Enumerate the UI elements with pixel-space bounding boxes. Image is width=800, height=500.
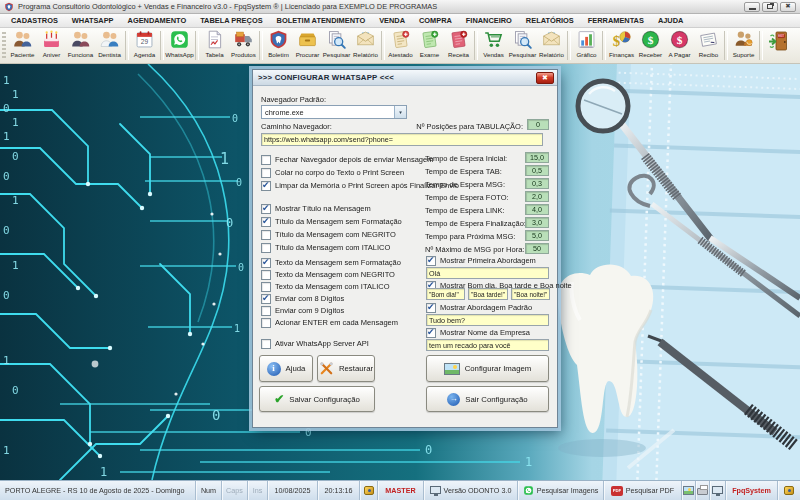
greeting-afternoon-input[interactable] [468,288,508,300]
checkbox-fechar-navegador[interactable]: Fechar Navegador depois de enviar Mensag… [261,154,433,165]
browser-select[interactable]: chrome.exe ▼ [261,105,407,119]
app-window: 11011001010101 010001 110100 Programa Co… [0,0,800,500]
toolbar-button-procurar[interactable]: Procurar [293,29,322,62]
status-monitor-tool[interactable] [710,481,726,500]
timer-value[interactable]: 5,0 [525,230,549,241]
menu-financeiro[interactable]: FINANCEIRO [459,14,519,27]
browser-path-input[interactable] [261,133,543,146]
menu-venda[interactable]: VENDA [372,14,412,27]
minimize-button[interactable] [744,2,760,12]
menu-compra[interactable]: COMPRA [412,14,459,27]
checkbox-titulo-italico[interactable]: Título da Mensagem com ITALICO [261,242,390,253]
restore-button[interactable]: Restaurar [317,355,375,382]
checkbox-colar-print[interactable]: Colar no corpo do Texto o Print Screen [261,167,404,178]
checkbox-acionar-enter[interactable]: Acionar ENTER em cada Mensagem [261,317,398,328]
restore-button[interactable] [762,2,778,12]
toolbar-button-exame[interactable]: Exame [415,29,444,62]
button-label: Configurar Imagem [465,364,532,373]
exit-door-icon [767,29,791,53]
toolbar-button-whatsapp[interactable]: WhatsApp [165,29,194,62]
svg-text:0: 0 [3,170,10,183]
dialog-titlebar[interactable]: >>> CONFIGURAR WHATSAPP <<< ✖ [253,70,557,86]
checkbox-titulo-sem-formatacao[interactable]: Título da Mensagem sem Formatação [261,216,402,227]
toolbar-button-agenda[interactable]: Agenda [130,29,159,62]
toolbar-button-receita[interactable]: Receita [444,29,473,62]
toolbar-button-recibo[interactable]: Recibo [694,29,723,62]
toolbar-button-tabela[interactable]: Tabela [200,29,229,62]
checkbox-mostrar-primeira-abordagem[interactable]: Mostrar Primeira Abordagem [426,255,536,266]
checkbox-mostrar-nome-empresa[interactable]: Mostrar Nome da Empresa [426,327,530,338]
toolbar-button-vendas[interactable]: Vendas [479,29,508,62]
menu-whatsapp[interactable]: WHATSAPP [65,14,121,27]
dialog-title: >>> CONFIGURAR WHATSAPP <<< [258,73,394,82]
checkbox-ativar-api[interactable]: Ativar WhatsApp Server API [261,338,369,349]
timer-value[interactable]: 2,0 [525,191,549,202]
checkbox-mostrar-abordagem-padrao[interactable]: Mostrar Abordagem Padrão [426,302,532,313]
menu-cadastros[interactable]: CADASTROS [4,14,65,27]
company-message-input[interactable] [426,339,549,351]
window-close-button[interactable]: ✖ [780,2,796,12]
toolbar-button-paciente[interactable]: Paciente [8,29,37,62]
timer-label: Tempo de Espera MSG: [425,180,505,189]
timer-value[interactable]: 15,0 [525,152,549,163]
timer-value[interactable]: 0,3 [525,178,549,189]
toolbar-button-pesquisar-vendas[interactable]: Pesquisar [508,29,537,62]
toolbar-button-dentista[interactable]: Dentista [95,29,124,62]
status-search-pdf[interactable]: Pesquisar PDF [604,481,682,500]
toolbar-button-grafico[interactable]: Gráfico [572,29,601,62]
menu-ajuda[interactable]: AJUDA [651,14,690,27]
menu-tabela-precos[interactable]: TABELA PREÇOS [193,14,269,27]
toolbar-button-produtos[interactable]: Produtos [229,29,258,62]
menu-boletim-atendimento[interactable]: BOLETIM ATENDIMENTO [270,14,373,27]
help-button[interactable]: Ajuda [259,355,313,382]
toolbar-button-a-pagar[interactable]: A Pagar [665,29,694,62]
toolbar-button-financas[interactable]: Finanças [607,29,636,62]
checkbox-enviar-8-digitos[interactable]: Enviar com 8 Dígitos [261,293,344,304]
menu-agendamento[interactable]: AGENDAMENTO [121,14,194,27]
toolbar-button-receber[interactable]: Receber [636,29,665,62]
toolbar-button-aniver[interactable]: Aniver [37,29,66,62]
greeting-morning-input[interactable] [426,288,465,300]
status-cam [778,481,800,500]
toolbar-button-pesquisar[interactable]: Pesquisar [322,29,351,62]
checkbox-texto-negrito[interactable]: Texto da Mensagem com NEGRITO [261,269,395,280]
status-search-images[interactable]: Pesquisar Imagens [518,481,604,500]
checkbox-mostrar-titulo[interactable]: Mostrar Título na Mensagem [261,203,371,214]
timer-value[interactable]: 3,0 [525,217,549,228]
configure-image-button[interactable]: Configurar Imagem [426,355,549,382]
timer-value[interactable]: 50 [525,243,549,254]
timer-label: Tempo de Espera Inicial: [425,154,507,163]
save-config-button[interactable]: Salvar Configuração [259,386,375,412]
search-docs-icon [326,29,347,50]
svg-text:1: 1 [100,465,107,479]
support-icon [733,29,754,50]
greeting-night-input[interactable] [511,288,550,300]
statusbar: PORTO ALEGRE - RS 10 de Agosto de 2025 -… [0,480,800,500]
tabulation-value[interactable]: 0 [527,119,549,130]
checkbox-texto-sem-formatacao[interactable]: Texto da Mensagem sem Formatação [261,257,401,268]
dialog-close-button[interactable]: ✖ [536,72,554,84]
checkbox-label: Texto da Mensagem com NEGRITO [275,270,395,279]
timer-value[interactable]: 0,5 [525,165,549,176]
toolbar-button-funciona[interactable]: Funciona [66,29,95,62]
toolbar-button-boletim[interactable]: Boletim [264,29,293,62]
toolbar-button-atestado[interactable]: Atestado [386,29,415,62]
window-titlebar: Programa Consultório Odontológico + Vend… [0,0,800,14]
status-print-tool[interactable] [696,481,710,500]
default-approach-input[interactable] [426,314,549,326]
checkbox-enviar-9-digitos[interactable]: Enviar com 9 Dígitos [261,305,344,316]
toolbar-button-relatorio[interactable]: Relatório [351,29,380,62]
svg-text:0: 0 [425,443,432,457]
exit-config-button[interactable]: Sair Configuração [426,386,549,412]
toolbar-button-sair-sistema[interactable] [764,29,793,62]
checkbox-titulo-negrito[interactable]: Título da Mensagem com NEGRITO [261,229,396,240]
status-image-tool[interactable] [682,481,696,500]
timer-value[interactable]: 4,0 [525,204,549,215]
toolbar-button-suporte[interactable]: Suporte [729,29,758,62]
menu-ferramentas[interactable]: FERRAMENTAS [581,14,651,27]
first-approach-input[interactable] [426,267,549,279]
menu-relatorios[interactable]: RELATÓRIOS [519,14,581,27]
toolbar-button-relatorio-vendas[interactable]: Relatório [537,29,566,62]
checkbox-texto-italico[interactable]: Texto da Mensagem com ITALICO [261,281,390,292]
checkbox-icon [261,230,271,240]
